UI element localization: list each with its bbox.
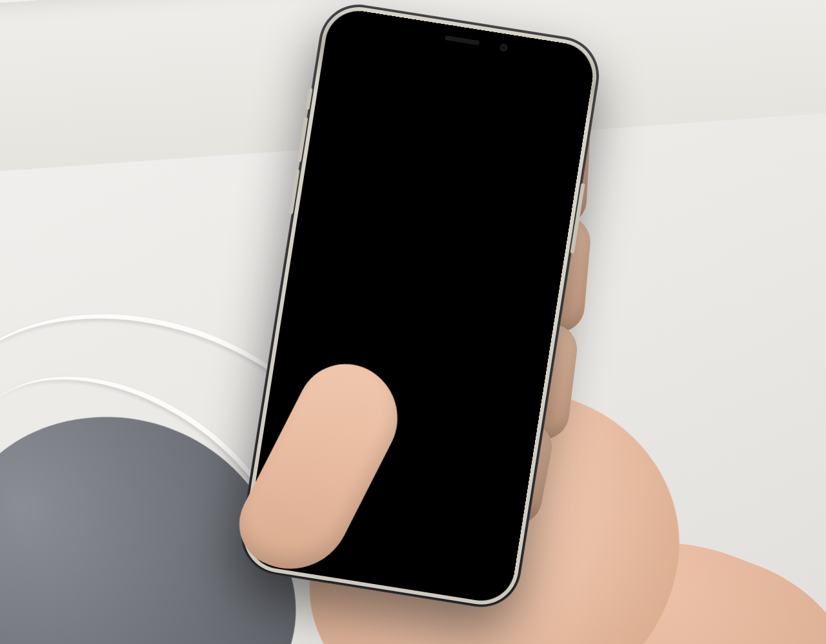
svg-line-9 — [487, 157, 518, 250]
notification-card[interactable]: ••• — [302, 103, 569, 319]
play-icon — [524, 258, 533, 267]
camera-snapshot[interactable]: ••• — [313, 108, 563, 279]
svg-line-6 — [364, 144, 505, 175]
svg-line-3 — [337, 128, 369, 217]
svg-rect-0 — [313, 108, 563, 279]
mute-switch — [305, 88, 312, 110]
photo-scene: ARLO ••• — [0, 0, 826, 644]
home-indicator[interactable] — [331, 563, 425, 581]
front-camera — [499, 44, 508, 52]
svg-line-8 — [500, 161, 532, 254]
volume-up-button — [297, 117, 308, 162]
notification-text: Motion Alert Person detected on Bedroom … — [308, 244, 541, 310]
more-icon[interactable]: ••• — [538, 145, 556, 161]
arlo-logo-icon — [341, 87, 352, 97]
notification-subtitle: Person detected on Bedroom at 10:41 PM. — [312, 264, 534, 308]
svg-line-11 — [462, 152, 490, 244]
svg-line-5 — [363, 135, 391, 217]
svg-line-10 — [475, 155, 505, 247]
svg-marker-1 — [330, 124, 539, 260]
earpiece-speaker — [445, 35, 479, 45]
volume-down-button — [289, 169, 300, 214]
action-mute-notifications[interactable]: Mute Notifications — [295, 292, 539, 365]
svg-line-12 — [363, 126, 519, 160]
svg-line-13 — [328, 217, 525, 260]
notification-app-name: ARLO — [359, 90, 385, 103]
display-notch — [393, 22, 530, 63]
svg-line-7 — [358, 159, 507, 192]
close-icon — [558, 120, 567, 129]
svg-line-4 — [350, 132, 380, 217]
notification-header: ARLO — [330, 77, 572, 141]
svg-marker-2 — [359, 148, 505, 239]
play-clip-button[interactable] — [516, 252, 538, 274]
dismiss-notification-button[interactable] — [551, 114, 573, 136]
svg-point-14 — [385, 172, 465, 234]
notification-title: Motion Alert — [314, 251, 536, 297]
crib-night-vision-image — [313, 108, 563, 279]
arlo-app-icon — [339, 85, 355, 101]
